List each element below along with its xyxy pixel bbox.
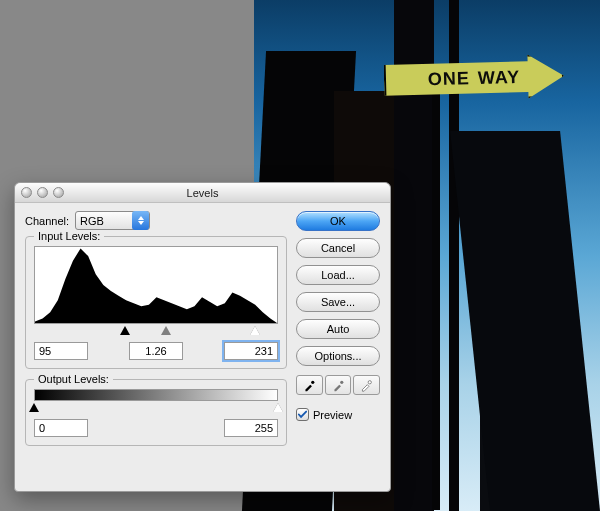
histogram xyxy=(34,246,278,324)
channel-select[interactable]: RGB xyxy=(75,211,150,230)
sign-text-right: WAY xyxy=(478,66,521,88)
eyedropper-black-icon[interactable] xyxy=(296,375,323,395)
titlebar[interactable]: Levels xyxy=(15,183,390,203)
building xyxy=(450,131,600,511)
save-button[interactable]: Save... xyxy=(296,292,380,312)
zoom-button[interactable] xyxy=(53,187,64,198)
output-levels-group: Output Levels: xyxy=(25,379,287,446)
dialog-title: Levels xyxy=(15,187,390,199)
channel-value: RGB xyxy=(80,215,104,227)
options-button[interactable]: Options... xyxy=(296,346,380,366)
output-white-slider[interactable] xyxy=(273,403,283,412)
output-slider-track[interactable] xyxy=(34,403,278,415)
sign-text-left: ONE xyxy=(428,68,471,90)
svg-point-2 xyxy=(368,380,371,383)
input-levels-group: Input Levels: xyxy=(25,236,287,369)
ok-button[interactable]: OK xyxy=(296,211,380,231)
minimize-button[interactable] xyxy=(37,187,48,198)
output-levels-label: Output Levels: xyxy=(34,373,113,385)
input-white-field[interactable] xyxy=(224,342,278,360)
input-black-field[interactable] xyxy=(34,342,88,360)
input-slider-track[interactable] xyxy=(34,326,278,338)
auto-button[interactable]: Auto xyxy=(296,319,380,339)
output-gradient xyxy=(34,389,278,401)
black-point-slider[interactable] xyxy=(120,326,130,335)
sign-pole xyxy=(432,90,440,510)
output-black-field[interactable] xyxy=(34,419,88,437)
eyedropper-group xyxy=(296,375,380,395)
output-white-field[interactable] xyxy=(224,419,278,437)
eyedropper-gray-icon[interactable] xyxy=(325,375,352,395)
input-levels-label: Input Levels: xyxy=(34,230,104,242)
svg-point-0 xyxy=(311,380,314,383)
cancel-button[interactable]: Cancel xyxy=(296,238,380,258)
svg-point-1 xyxy=(340,380,343,383)
close-button[interactable] xyxy=(21,187,32,198)
output-black-slider[interactable] xyxy=(29,403,39,412)
white-point-slider[interactable] xyxy=(250,326,260,335)
dropdown-arrows-icon xyxy=(132,211,149,230)
input-gamma-field[interactable] xyxy=(129,342,183,360)
preview-label: Preview xyxy=(313,409,352,421)
load-button[interactable]: Load... xyxy=(296,265,380,285)
levels-dialog: Levels Channel: RGB Input Levels: xyxy=(14,182,391,492)
gamma-slider[interactable] xyxy=(161,326,171,335)
eyedropper-white-icon[interactable] xyxy=(353,375,380,395)
preview-checkbox[interactable] xyxy=(296,408,309,421)
channel-label: Channel: xyxy=(25,215,69,227)
